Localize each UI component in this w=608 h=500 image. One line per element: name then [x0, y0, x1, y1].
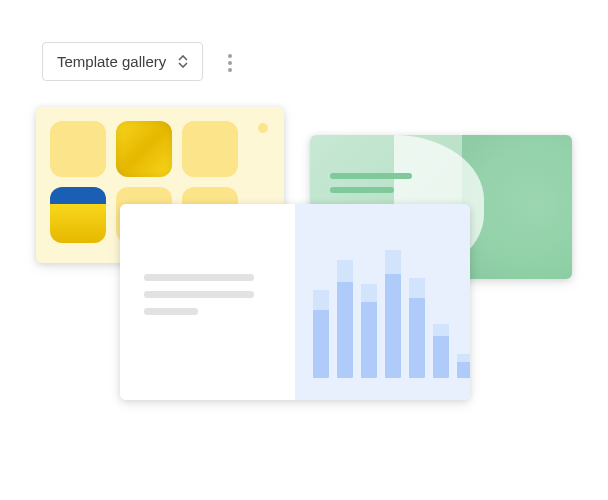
- text-line: [330, 187, 394, 193]
- blue-chart-panel: [295, 204, 470, 400]
- bar: [313, 290, 329, 378]
- text-line: [144, 274, 254, 281]
- yellow-image-cell: [116, 121, 172, 177]
- bar-chart: [313, 250, 470, 378]
- green-text-lines: [330, 173, 412, 201]
- dot-icon: [228, 54, 232, 58]
- dot-icon: [228, 61, 232, 65]
- bar: [433, 324, 449, 378]
- bar: [385, 250, 401, 378]
- text-line: [144, 308, 198, 315]
- bar: [337, 260, 353, 378]
- more-options-button[interactable]: [228, 54, 232, 72]
- text-line: [330, 173, 412, 179]
- bar: [457, 354, 470, 378]
- yellow-cell: [50, 121, 106, 177]
- bar: [361, 284, 377, 378]
- yellow-dot: [258, 123, 268, 133]
- yellow-image-cell: [50, 187, 106, 243]
- blue-text-panel: [120, 204, 295, 400]
- template-gallery-dropdown[interactable]: Template gallery: [42, 42, 203, 81]
- sort-icon: [178, 55, 188, 68]
- template-card-blue[interactable]: [120, 204, 470, 400]
- dropdown-label: Template gallery: [57, 53, 166, 70]
- text-line: [144, 291, 254, 298]
- yellow-cell: [182, 121, 238, 177]
- bar: [409, 278, 425, 378]
- dot-icon: [228, 68, 232, 72]
